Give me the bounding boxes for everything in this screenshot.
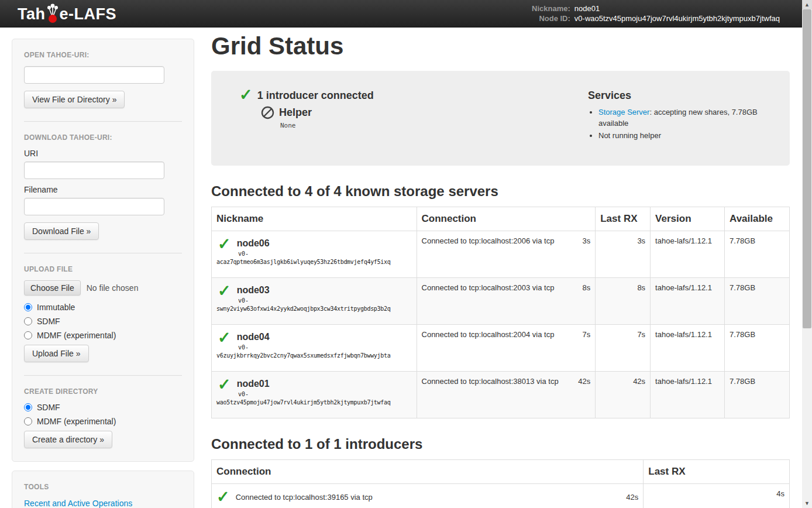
upload-format-sdmf[interactable]: SDMF xyxy=(24,317,182,326)
scrollbar-thumb[interactable] xyxy=(803,9,811,328)
server-available: 7.78GB xyxy=(725,372,790,418)
col-header-nickname: Nickname xyxy=(212,207,417,231)
tahoe-lafs-logo[interactable]: Tah e-LAFS xyxy=(18,4,116,23)
introducers-heading: Connected to 1 of 1 introducers xyxy=(211,436,790,452)
col-header-last-rx: Last RX xyxy=(596,207,651,231)
choose-file-button[interactable]: Choose File xyxy=(24,280,81,296)
connected-check-icon: ✓ xyxy=(218,236,231,252)
server-nodeid-hash: v6zuyjkbrrkqy2bvc2cny7qwax5sxumedsxfzfjw… xyxy=(216,352,412,359)
introducers-table-header-row: Connection Last RX xyxy=(212,460,790,484)
open-uri-section: OPEN TAHOE-URI: View File or Directory » xyxy=(24,39,182,122)
scroll-down-arrow-icon[interactable]: ▼ xyxy=(802,499,812,508)
table-row: ✓ Connected to tcp:localhost:39165 via t… xyxy=(212,484,790,508)
server-version: tahoe-lafs/1.12.1 xyxy=(651,325,725,372)
upload-mdmf-radio[interactable] xyxy=(24,331,32,339)
mkdir-mdmf-radio-label: MDMF (experimental) xyxy=(37,417,116,426)
table-row: ✓ node01 v0- wao5tzv45pmoju47jow7rvl4uki… xyxy=(212,372,790,418)
server-connected-for: 8s xyxy=(582,283,590,292)
storage-servers-table: Nickname Connection Last RX Version Avai… xyxy=(211,207,790,418)
create-directory-label: CREATE DIRECTORY xyxy=(24,387,182,396)
server-connection: Connected to tcp:localhost:38013 via tcp xyxy=(422,377,559,386)
introducers-table: Connection Last RX ✓ Connected to tcp:lo… xyxy=(211,459,790,508)
grid-status-summary: ✓ 1 introducer connected Helper None Ser… xyxy=(211,71,790,166)
col-header-connection: Connection xyxy=(212,460,644,484)
col-header-available: Available xyxy=(725,207,790,231)
download-file-button[interactable]: Download File » xyxy=(24,222,99,240)
mkdir-mdmf-radio[interactable] xyxy=(24,417,32,425)
recent-operations-link[interactable]: Recent and Active Operations xyxy=(24,499,132,508)
server-last-rx: 42s xyxy=(596,372,651,418)
sidebar-forms-panel: OPEN TAHOE-URI: View File or Directory »… xyxy=(12,39,194,462)
col-header-version: Version xyxy=(651,207,725,231)
open-uri-input[interactable] xyxy=(24,66,164,84)
server-nodeid-prefix: v0- xyxy=(238,250,412,257)
download-uri-label: DOWNLOAD TAHOE-URI: xyxy=(24,133,182,142)
introducer-status-row: ✓ 1 introducer connected xyxy=(239,87,588,102)
node-id-label: Node ID: xyxy=(532,14,570,23)
check-icon: ✓ xyxy=(239,87,253,102)
server-nickname: node03 xyxy=(237,285,270,296)
tools-section: TOOLS Recent and Active Operations xyxy=(24,471,182,508)
immutable-radio-label: Immutable xyxy=(37,303,75,312)
upload-format-mdmf[interactable]: MDMF (experimental) xyxy=(24,331,182,340)
upload-file-button[interactable]: Upload File » xyxy=(24,345,89,362)
upload-sdmf-radio-label: SDMF xyxy=(37,317,60,326)
view-file-button[interactable]: View File or Directory » xyxy=(24,91,125,108)
server-available: 7.78GB xyxy=(725,325,790,372)
mkdir-format-sdmf[interactable]: SDMF xyxy=(24,403,182,412)
server-nodeid-prefix: v0- xyxy=(238,391,412,397)
server-version: tahoe-lafs/1.12.1 xyxy=(651,278,725,325)
server-version: tahoe-lafs/1.12.1 xyxy=(651,372,725,418)
server-last-rx: 3s xyxy=(596,231,651,278)
table-row: ✓ node04 v0- v6zuyjkbrrkqy2bvc2cny7qwax5… xyxy=(212,325,790,372)
connected-check-icon: ✓ xyxy=(216,489,230,504)
logo-text-post: e-LAFS xyxy=(60,5,117,23)
download-uri-input[interactable] xyxy=(24,162,164,179)
server-available: 7.78GB xyxy=(725,278,790,325)
download-uri-section: DOWNLOAD TAHOE-URI: URI Filename Downloa… xyxy=(24,122,182,253)
connected-check-icon: ✓ xyxy=(218,377,231,392)
upload-sdmf-radio[interactable] xyxy=(24,317,32,325)
tahoe-seedling-icon xyxy=(46,4,59,23)
upload-file-section: UPLOAD FILE Choose File No file chosen I… xyxy=(24,253,182,376)
col-header-connection: Connection xyxy=(417,207,596,231)
vertical-scrollbar[interactable]: ▲ ▼ xyxy=(802,0,812,508)
server-nodeid-hash: acaz7qptmeo6m3asjlgkb6iwlyuqey53hz26tbdm… xyxy=(216,258,412,266)
helper-status-row: Helper xyxy=(261,106,588,119)
create-directory-button[interactable]: Create a directory » xyxy=(24,431,112,448)
server-nodeid-hash: wao5tzv45pmoju47jow7rvl4ukirjm5ytbh2kjty… xyxy=(216,399,412,406)
page-title: Grid Status xyxy=(211,32,790,60)
storage-server-link[interactable]: Storage Server xyxy=(598,108,649,116)
mkdir-sdmf-radio-label: SDMF xyxy=(37,403,60,412)
sidebar: OPEN TAHOE-URI: View File or Directory »… xyxy=(12,39,194,508)
node-info: Nickname: node01 Node ID: v0-wao5tzv45pm… xyxy=(532,4,780,23)
mkdir-format-mdmf[interactable]: MDMF (experimental) xyxy=(24,417,182,426)
services-title: Services xyxy=(588,90,775,102)
introducer-last-rx: 4s xyxy=(644,484,790,508)
filename-field-label: Filename xyxy=(24,185,182,194)
server-nodeid-hash: swny2viyw63ofxwi4x2yykd2woqjbpx3cw34xtri… xyxy=(216,305,412,313)
storage-server-service-item: Storage Server: accepting new shares, 7.… xyxy=(598,107,775,129)
table-row: ✓ node06 v0- acaz7qptmeo6m3asjlgkb6iwlyu… xyxy=(212,231,790,278)
helper-service-item: Not running helper xyxy=(598,130,775,141)
server-connected-for: 42s xyxy=(578,377,590,386)
server-available: 7.78GB xyxy=(725,231,790,278)
status-left-column: ✓ 1 introducer connected Helper None xyxy=(239,87,588,142)
upload-format-immutable[interactable]: Immutable xyxy=(24,303,182,312)
mkdir-sdmf-radio[interactable] xyxy=(24,403,32,411)
upload-file-label: UPLOAD FILE xyxy=(24,265,182,273)
helper-title: Helper xyxy=(279,107,312,119)
download-filename-input[interactable] xyxy=(24,198,164,215)
storage-table-body: ✓ node06 v0- acaz7qptmeo6m3asjlgkb6iwlyu… xyxy=(212,231,790,418)
introducer-connection: Connected to tcp:localhost:39165 via tcp xyxy=(236,493,373,502)
create-directory-section: CREATE DIRECTORY SDMF MDMF (experimental… xyxy=(24,376,182,461)
no-file-chosen-text: No file chosen xyxy=(87,283,139,293)
server-nodeid-prefix: v0- xyxy=(238,297,412,304)
server-nodeid-prefix: v0- xyxy=(238,344,412,351)
immutable-radio[interactable] xyxy=(24,303,32,311)
server-nickname: node04 xyxy=(237,332,270,342)
scroll-up-arrow-icon[interactable]: ▲ xyxy=(802,0,812,9)
server-connection: Connected to tcp:localhost:2006 via tcp xyxy=(422,236,555,245)
introducers-table-body: ✓ Connected to tcp:localhost:39165 via t… xyxy=(212,484,790,508)
logo-text-pre: Tah xyxy=(18,5,46,23)
